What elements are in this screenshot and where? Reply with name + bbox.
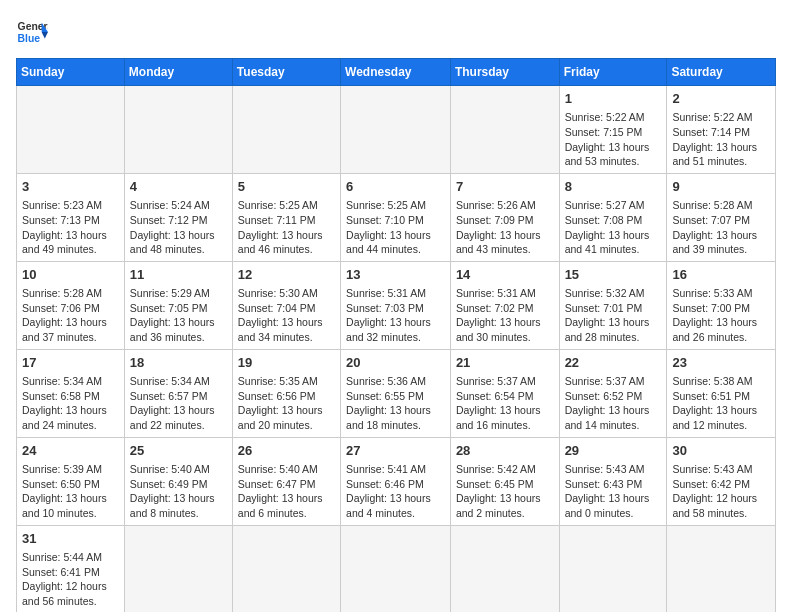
day-info: Sunrise: 5:31 AM Sunset: 7:02 PM Dayligh… [456,286,554,345]
calendar-cell [232,525,340,612]
day-number: 12 [238,266,335,284]
svg-text:Blue: Blue [18,33,41,44]
calendar-cell: 14Sunrise: 5:31 AM Sunset: 7:02 PM Dayli… [450,261,559,349]
calendar-cell: 28Sunrise: 5:42 AM Sunset: 6:45 PM Dayli… [450,437,559,525]
calendar-cell: 5Sunrise: 5:25 AM Sunset: 7:11 PM Daylig… [232,173,340,261]
calendar-cell: 27Sunrise: 5:41 AM Sunset: 6:46 PM Dayli… [341,437,451,525]
calendar-week-4: 17Sunrise: 5:34 AM Sunset: 6:58 PM Dayli… [17,349,776,437]
day-number: 30 [672,442,770,460]
day-number: 22 [565,354,662,372]
calendar-cell: 26Sunrise: 5:40 AM Sunset: 6:47 PM Dayli… [232,437,340,525]
calendar-cell: 21Sunrise: 5:37 AM Sunset: 6:54 PM Dayli… [450,349,559,437]
calendar-cell: 24Sunrise: 5:39 AM Sunset: 6:50 PM Dayli… [17,437,125,525]
calendar-cell: 23Sunrise: 5:38 AM Sunset: 6:51 PM Dayli… [667,349,776,437]
day-number: 2 [672,90,770,108]
svg-marker-3 [42,32,48,38]
calendar-cell [124,525,232,612]
calendar-cell: 6Sunrise: 5:25 AM Sunset: 7:10 PM Daylig… [341,173,451,261]
calendar-cell: 9Sunrise: 5:28 AM Sunset: 7:07 PM Daylig… [667,173,776,261]
calendar-cell [17,86,125,174]
day-number: 16 [672,266,770,284]
day-info: Sunrise: 5:26 AM Sunset: 7:09 PM Dayligh… [456,198,554,257]
calendar-week-5: 24Sunrise: 5:39 AM Sunset: 6:50 PM Dayli… [17,437,776,525]
calendar-cell: 16Sunrise: 5:33 AM Sunset: 7:00 PM Dayli… [667,261,776,349]
day-info: Sunrise: 5:42 AM Sunset: 6:45 PM Dayligh… [456,462,554,521]
day-info: Sunrise: 5:31 AM Sunset: 7:03 PM Dayligh… [346,286,445,345]
calendar-cell: 10Sunrise: 5:28 AM Sunset: 7:06 PM Dayli… [17,261,125,349]
day-info: Sunrise: 5:39 AM Sunset: 6:50 PM Dayligh… [22,462,119,521]
logo-icon: General Blue [16,16,48,48]
day-info: Sunrise: 5:24 AM Sunset: 7:12 PM Dayligh… [130,198,227,257]
calendar-cell: 3Sunrise: 5:23 AM Sunset: 7:13 PM Daylig… [17,173,125,261]
calendar-cell: 30Sunrise: 5:43 AM Sunset: 6:42 PM Dayli… [667,437,776,525]
day-info: Sunrise: 5:35 AM Sunset: 6:56 PM Dayligh… [238,374,335,433]
day-number: 6 [346,178,445,196]
calendar-cell: 7Sunrise: 5:26 AM Sunset: 7:09 PM Daylig… [450,173,559,261]
calendar-cell [232,86,340,174]
day-number: 26 [238,442,335,460]
calendar-cell: 25Sunrise: 5:40 AM Sunset: 6:49 PM Dayli… [124,437,232,525]
day-info: Sunrise: 5:41 AM Sunset: 6:46 PM Dayligh… [346,462,445,521]
day-number: 1 [565,90,662,108]
calendar-cell: 12Sunrise: 5:30 AM Sunset: 7:04 PM Dayli… [232,261,340,349]
day-number: 23 [672,354,770,372]
calendar-cell [124,86,232,174]
day-number: 31 [22,530,119,548]
day-number: 3 [22,178,119,196]
day-number: 10 [22,266,119,284]
day-info: Sunrise: 5:40 AM Sunset: 6:49 PM Dayligh… [130,462,227,521]
calendar-cell [450,86,559,174]
calendar-week-3: 10Sunrise: 5:28 AM Sunset: 7:06 PM Dayli… [17,261,776,349]
day-info: Sunrise: 5:37 AM Sunset: 6:52 PM Dayligh… [565,374,662,433]
day-info: Sunrise: 5:22 AM Sunset: 7:15 PM Dayligh… [565,110,662,169]
day-info: Sunrise: 5:33 AM Sunset: 7:00 PM Dayligh… [672,286,770,345]
calendar-cell: 20Sunrise: 5:36 AM Sunset: 6:55 PM Dayli… [341,349,451,437]
day-number: 25 [130,442,227,460]
calendar-cell: 31Sunrise: 5:44 AM Sunset: 6:41 PM Dayli… [17,525,125,612]
calendar-cell: 2Sunrise: 5:22 AM Sunset: 7:14 PM Daylig… [667,86,776,174]
day-number: 27 [346,442,445,460]
day-info: Sunrise: 5:23 AM Sunset: 7:13 PM Dayligh… [22,198,119,257]
calendar-cell: 11Sunrise: 5:29 AM Sunset: 7:05 PM Dayli… [124,261,232,349]
day-info: Sunrise: 5:44 AM Sunset: 6:41 PM Dayligh… [22,550,119,609]
calendar-cell: 8Sunrise: 5:27 AM Sunset: 7:08 PM Daylig… [559,173,667,261]
day-number: 13 [346,266,445,284]
day-number: 14 [456,266,554,284]
day-number: 20 [346,354,445,372]
calendar-header-saturday: Saturday [667,59,776,86]
calendar-cell: 22Sunrise: 5:37 AM Sunset: 6:52 PM Dayli… [559,349,667,437]
calendar-week-6: 31Sunrise: 5:44 AM Sunset: 6:41 PM Dayli… [17,525,776,612]
header: General Blue [16,16,776,48]
day-info: Sunrise: 5:34 AM Sunset: 6:57 PM Dayligh… [130,374,227,433]
calendar-cell: 4Sunrise: 5:24 AM Sunset: 7:12 PM Daylig… [124,173,232,261]
day-number: 15 [565,266,662,284]
day-info: Sunrise: 5:28 AM Sunset: 7:07 PM Dayligh… [672,198,770,257]
day-number: 8 [565,178,662,196]
day-info: Sunrise: 5:38 AM Sunset: 6:51 PM Dayligh… [672,374,770,433]
calendar-cell [341,525,451,612]
calendar-header-friday: Friday [559,59,667,86]
day-info: Sunrise: 5:36 AM Sunset: 6:55 PM Dayligh… [346,374,445,433]
day-info: Sunrise: 5:43 AM Sunset: 6:43 PM Dayligh… [565,462,662,521]
calendar-header-row: SundayMondayTuesdayWednesdayThursdayFrid… [17,59,776,86]
day-number: 4 [130,178,227,196]
calendar-header-thursday: Thursday [450,59,559,86]
day-info: Sunrise: 5:34 AM Sunset: 6:58 PM Dayligh… [22,374,119,433]
day-number: 11 [130,266,227,284]
calendar-cell: 17Sunrise: 5:34 AM Sunset: 6:58 PM Dayli… [17,349,125,437]
day-info: Sunrise: 5:40 AM Sunset: 6:47 PM Dayligh… [238,462,335,521]
day-info: Sunrise: 5:30 AM Sunset: 7:04 PM Dayligh… [238,286,335,345]
calendar-cell: 1Sunrise: 5:22 AM Sunset: 7:15 PM Daylig… [559,86,667,174]
day-info: Sunrise: 5:43 AM Sunset: 6:42 PM Dayligh… [672,462,770,521]
calendar-cell [667,525,776,612]
day-info: Sunrise: 5:22 AM Sunset: 7:14 PM Dayligh… [672,110,770,169]
calendar-header-tuesday: Tuesday [232,59,340,86]
day-number: 18 [130,354,227,372]
calendar-week-1: 1Sunrise: 5:22 AM Sunset: 7:15 PM Daylig… [17,86,776,174]
calendar-cell: 19Sunrise: 5:35 AM Sunset: 6:56 PM Dayli… [232,349,340,437]
day-number: 19 [238,354,335,372]
calendar-header-sunday: Sunday [17,59,125,86]
calendar-week-2: 3Sunrise: 5:23 AM Sunset: 7:13 PM Daylig… [17,173,776,261]
calendar-cell [559,525,667,612]
logo: General Blue [16,16,48,48]
